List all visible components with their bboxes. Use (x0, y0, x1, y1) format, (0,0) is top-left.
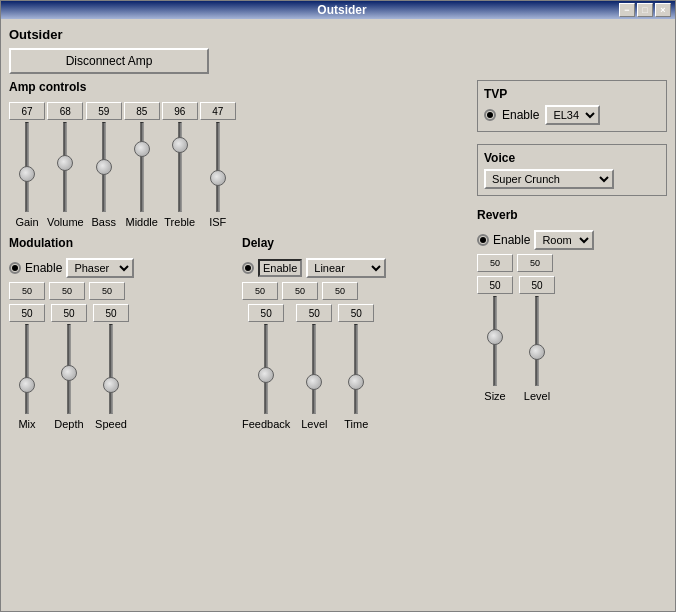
close-button[interactable]: × (655, 3, 671, 17)
reverb-type-select[interactable]: RoomHallSpringPlate (534, 230, 594, 250)
maximize-button[interactable]: □ (637, 3, 653, 17)
slider-group-feedback: 50Feedback (242, 304, 290, 430)
slider-label-middle: Middle (126, 216, 158, 228)
slider-label-size: Size (484, 390, 505, 402)
modulation-enable-radio[interactable] (9, 262, 21, 274)
mini-slider-box: 50 (242, 282, 278, 300)
slider-label-time: Time (344, 418, 368, 430)
slider-group-bass: 59Bass (86, 102, 122, 228)
right-panel: TVP Enable EL34EL846L6KT88 Voice Super C… (477, 80, 667, 603)
slider-value-size: 50 (477, 276, 513, 294)
slider-label-volume: Volume (47, 216, 84, 228)
slider-label-feedback: Feedback (242, 418, 290, 430)
voice-select[interactable]: Super CrunchCleanCrunchLead (484, 169, 614, 189)
tvp-tube-select[interactable]: EL34EL846L6KT88 (545, 105, 600, 125)
app-label: Outsider (9, 27, 667, 42)
bottom-sections: Modulation Enable PhaserChorusFlangerTre… (9, 236, 467, 430)
slider-value-speed: 50 (93, 304, 129, 322)
slider-track-container-level (304, 324, 324, 414)
slider-thumb-bass[interactable] (96, 159, 112, 175)
slider-thumb-speed[interactable] (103, 377, 119, 393)
mini-slider-box: 50 (9, 282, 45, 300)
slider-label-gain: Gain (15, 216, 38, 228)
slider-track-level (313, 324, 316, 414)
title-controls: − □ × (619, 3, 671, 17)
slider-thumb-depth[interactable] (61, 365, 77, 381)
slider-value-bass: 59 (86, 102, 122, 120)
amp-controls-section: Amp controls 67Gain68Volume59Bass85Middl… (9, 80, 467, 228)
voice-inner: Super CrunchCleanCrunchLead (484, 169, 660, 189)
slider-track-speed (110, 324, 113, 414)
slider-thumb-middle[interactable] (134, 141, 150, 157)
modulation-enable-label: Enable (25, 261, 62, 275)
slider-track-treble (178, 122, 181, 212)
modulation-title: Modulation (9, 236, 234, 250)
slider-thumb-gain[interactable] (19, 166, 35, 182)
reverb-enable-radio[interactable] (477, 234, 489, 246)
slider-label-isf: ISF (209, 216, 226, 228)
modulation-section: Modulation Enable PhaserChorusFlangerTre… (9, 236, 234, 430)
reverb-section: Reverb Enable RoomHallSpringPlate 5050 5… (477, 208, 667, 603)
slider-value-gain: 67 (9, 102, 45, 120)
slider-thumb-size[interactable] (487, 329, 503, 345)
slider-label-level: Level (524, 390, 550, 402)
reverb-enable-label: Enable (493, 233, 530, 247)
slider-group-middle: 85Middle (124, 102, 160, 228)
amp-controls-title: Amp controls (9, 80, 467, 94)
voice-title: Voice (484, 151, 515, 165)
slider-track-container-size (485, 296, 505, 386)
slider-track-container-treble (170, 122, 190, 212)
slider-track-container-volume (55, 122, 75, 212)
modulation-mini-sliders: 505050 (9, 282, 234, 300)
slider-track-container-middle (132, 122, 152, 212)
delay-section: Delay Enable LinearPing-PongTape 505050 … (242, 236, 467, 430)
voice-section: Voice Super CrunchCleanCrunchLead (477, 144, 667, 196)
modulation-type-select[interactable]: PhaserChorusFlangerTremolo (66, 258, 134, 278)
delay-type-select[interactable]: LinearPing-PongTape (306, 258, 386, 278)
slider-value-feedback: 50 (248, 304, 284, 322)
mini-slider-box: 50 (282, 282, 318, 300)
slider-group-isf: 47ISF (200, 102, 236, 228)
slider-group-depth: 50Depth (51, 304, 87, 430)
slider-track-container-gain (17, 122, 37, 212)
slider-thumb-level[interactable] (306, 374, 322, 390)
modulation-enable-row: Enable PhaserChorusFlangerTremolo (9, 258, 234, 278)
delay-enable-row: Enable LinearPing-PongTape (242, 258, 467, 278)
slider-thumb-feedback[interactable] (258, 367, 274, 383)
delay-enable-label: Enable (258, 259, 302, 277)
delay-enable-radio[interactable] (242, 262, 254, 274)
slider-thumb-isf[interactable] (210, 170, 226, 186)
delay-title: Delay (242, 236, 467, 250)
slider-track-mix (26, 324, 29, 414)
window-title: Outsider (65, 3, 619, 17)
slider-track-container-level (527, 296, 547, 386)
slider-thumb-mix[interactable] (19, 377, 35, 393)
slider-thumb-volume[interactable] (57, 155, 73, 171)
slider-thumb-time[interactable] (348, 374, 364, 390)
tvp-enable-radio[interactable] (484, 109, 496, 121)
slider-value-volume: 68 (47, 102, 83, 120)
slider-track-container-isf (208, 122, 228, 212)
slider-label-mix: Mix (18, 418, 35, 430)
modulation-sliders: 50Mix50Depth50Speed (9, 304, 234, 430)
window-content: Outsider Disconnect Amp Amp controls 67G… (1, 19, 675, 611)
disconnect-amp-button[interactable]: Disconnect Amp (9, 48, 209, 74)
main-row: Amp controls 67Gain68Volume59Bass85Middl… (9, 80, 667, 603)
title-bar: Outsider − □ × (1, 1, 675, 19)
minimize-button[interactable]: − (619, 3, 635, 17)
slider-group-volume: 68Volume (47, 102, 84, 228)
slider-thumb-level[interactable] (529, 344, 545, 360)
main-window: Outsider − □ × Outsider Disconnect Amp A… (0, 0, 676, 612)
slider-group-size: 50Size (477, 276, 513, 402)
slider-group-gain: 67Gain (9, 102, 45, 228)
slider-value-level: 50 (519, 276, 555, 294)
tvp-inner: Enable EL34EL846L6KT88 (484, 105, 660, 125)
slider-value-level: 50 (296, 304, 332, 322)
reverb-enable-row: Enable RoomHallSpringPlate (477, 230, 667, 250)
slider-label-bass: Bass (91, 216, 115, 228)
delay-sliders: 50Feedback50Level50Time (242, 304, 467, 430)
slider-track-level (536, 296, 539, 386)
slider-thumb-treble[interactable] (172, 137, 188, 153)
slider-track-container-depth (59, 324, 79, 414)
slider-label-depth: Depth (54, 418, 83, 430)
